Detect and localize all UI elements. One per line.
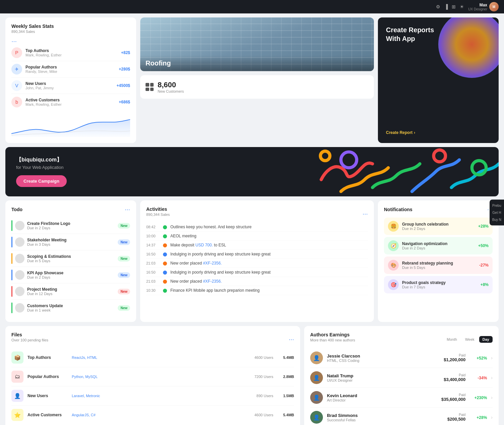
sales-chart: [11, 113, 130, 137]
topbar: ⚙ ▐ ⊞ ☀ Max UX Designer M: [0, 0, 504, 13]
period-tab-month[interactable]: Month: [443, 336, 460, 343]
activity-time: 16:50: [146, 270, 160, 274]
arrow-right-icon[interactable]: ›: [491, 395, 493, 400]
todo-due: Due in 12 Days: [27, 292, 118, 296]
file-item: 📦 Top Authors ReactJs, HTML 4600 Users 5…: [11, 348, 294, 367]
todo-info: KPI App Showcase Due in 2 Days: [27, 271, 118, 279]
todo-item[interactable]: Customers Update Due in 1 week New: [11, 300, 130, 316]
activity-link[interactable]: #XF-2356.: [203, 261, 222, 266]
todo-badge: New: [118, 239, 130, 245]
todo-badge: New: [118, 305, 130, 311]
todo-more[interactable]: ⋯: [125, 206, 130, 213]
author-item: 👤 Kevin Leonard Art Director Paid $35,60…: [310, 388, 493, 408]
activity-text: Make deposit USD 700. to ESL: [170, 243, 368, 247]
file-users: 890 Users: [246, 394, 273, 398]
arrow-right-icon[interactable]: ›: [491, 415, 493, 420]
roofing-image: Roofing: [140, 17, 374, 71]
sidebar-mini-buyn[interactable]: Buy N: [492, 217, 502, 223]
activity-time: 16:50: [146, 252, 160, 256]
activity-link[interactable]: #XF-2356.: [203, 279, 222, 284]
period-tab-week[interactable]: Week: [462, 336, 478, 343]
activity-link[interactable]: USD 700.: [195, 243, 213, 247]
todo-name: Scoping & Estimations: [27, 254, 118, 259]
user-info[interactable]: Max UX Designer M: [468, 2, 499, 11]
notification-item[interactable]: 🍔 Group lunch celebration Due in 2 Days …: [384, 218, 493, 235]
author-earnings: Paid $1,200,000: [444, 353, 465, 362]
activity-item: 21:03 New order placed #XF-2356.: [146, 277, 368, 286]
file-icon: 🗂: [11, 371, 23, 383]
activity-item: 10:30 Finance KPI Mobile app launch prep…: [146, 286, 368, 295]
author-earnings: Paid $3,400,000: [444, 373, 465, 382]
search-icon[interactable]: ⚙: [436, 4, 440, 9]
row-4: Files Over 100 pending files ⋯ 📦 Top Aut…: [5, 326, 499, 425]
stat-authors: Randy, Steve, Mike: [25, 69, 119, 74]
sun-icon[interactable]: ☀: [460, 4, 464, 9]
bar-chart-icon[interactable]: ▐: [444, 4, 448, 9]
sidebar-mini-prebu[interactable]: Prebu: [492, 202, 502, 209]
author-name: Jessie Clarcson: [327, 353, 440, 359]
notification-item[interactable]: 🎯 Product goals strategy Due in 7 Days +…: [384, 276, 493, 293]
author-item: 👤 Brad Simmons Successful Fellas Paid $2…: [310, 408, 493, 425]
todo-avatar: [15, 254, 24, 263]
todo-item[interactable]: Stakeholder Meeting Due in 3 Days New: [11, 234, 130, 250]
todo-item[interactable]: Create FireStone Logo Due in 2 Days New: [11, 218, 130, 234]
notif-name: Product goals strategy: [402, 280, 477, 285]
period-tab-day[interactable]: Day: [479, 336, 493, 343]
todo-info: Stakeholder Meeting Due in 3 Days: [27, 238, 118, 246]
file-item: 👤 New Users Laravel, Metronic 890 Users …: [11, 386, 294, 406]
todo-card: Todo ⋯ Create FireStone Logo Due in 2 Da…: [5, 200, 136, 322]
activities-more[interactable]: ⋯: [362, 211, 368, 217]
todo-info: Customers Update Due in 1 week: [27, 303, 118, 312]
notif-value: +8%: [481, 282, 489, 287]
stat-info: Active Customers Mark, Rowling, Esther: [25, 98, 119, 106]
activity-dot: [163, 262, 167, 266]
user-role: UX Designer: [468, 7, 487, 11]
todo-item[interactable]: Scoping & Estimations Due in 5 Days New: [11, 250, 130, 267]
avatar[interactable]: M: [489, 2, 499, 11]
stat-info: New Users John, Pat, Jimmy: [25, 81, 117, 90]
stat-value: +686$: [119, 100, 130, 104]
author-avatar: 👤: [310, 411, 323, 424]
grid-icon[interactable]: ⊞: [452, 4, 456, 9]
todo-info: Create FireStone Logo Due in 2 Days: [27, 221, 118, 230]
notification-item[interactable]: 🧭 Navigation optimization Due in 2 Days …: [384, 237, 493, 254]
author-amount: $200,500: [447, 417, 465, 422]
notif-info: Navigation optimization Due in 2 Days: [402, 241, 475, 250]
svg-point-1: [434, 150, 445, 162]
stat-icon: ✈: [11, 64, 22, 75]
todo-info: Scoping & Estimations Due in 5 Days: [27, 254, 118, 263]
activity-text: New order placed #XF-2356.: [170, 261, 368, 266]
author-items: 👤 Jessie Clarcson HTML, CSS Coding Paid …: [310, 348, 493, 425]
stat-items: P Top Authors Mark, Rowling, Esther +82$…: [11, 45, 130, 110]
sidebar-mini-geth[interactable]: Get H: [492, 209, 502, 216]
create-report-link[interactable]: Create Report ›: [386, 130, 491, 135]
activity-item: 21:03 New order placed #XF-2356.: [146, 259, 368, 268]
activity-text: Outlines keep you honest. And keep struc…: [170, 225, 368, 229]
todo-item[interactable]: KPI App Showcase Due in 2 Days New: [11, 267, 130, 283]
weekly-sales-title: Weekly Sales Stats: [11, 23, 130, 29]
stat-info: Top Authors Mark, Rowling, Esther: [25, 48, 121, 57]
arrow-right-icon[interactable]: ›: [491, 355, 493, 361]
create-campaign-button[interactable]: Create Campaign: [16, 175, 67, 187]
activity-item: 16:50 Indulging in poorly driving and ke…: [146, 250, 368, 259]
activity-item: 16:50 Indulging in poorly driving and ke…: [146, 268, 368, 277]
todo-avatar: [15, 303, 24, 313]
todo-badge: New: [118, 223, 130, 229]
notification-item[interactable]: 🎨 Rebrand strategy planning Due in 5 Day…: [384, 256, 493, 274]
todo-due: Due in 5 Days: [27, 259, 118, 263]
activity-time: 08:42: [146, 225, 160, 229]
todo-due: Due in 2 Days: [27, 275, 118, 279]
author-info: Jessie Clarcson HTML, CSS Coding: [327, 353, 440, 363]
notif-icon: 🎨: [388, 260, 399, 271]
weekly-sales-more[interactable]: ⋯: [11, 39, 17, 44]
todo-item[interactable]: Project Meeting Due in 12 Days New: [11, 283, 130, 300]
todo-due: Due in 1 week: [27, 308, 118, 312]
arrow-right-icon[interactable]: ›: [491, 375, 493, 380]
activity-time: 10:00: [146, 234, 160, 238]
author-change: +52%: [477, 356, 487, 361]
files-more[interactable]: ⋯: [289, 336, 294, 343]
stat-name: Active Customers: [25, 98, 119, 102]
activity-time: 10:30: [146, 288, 160, 292]
author-earnings: Paid $200,500: [447, 413, 465, 422]
file-name: Popular Authors: [27, 374, 68, 379]
